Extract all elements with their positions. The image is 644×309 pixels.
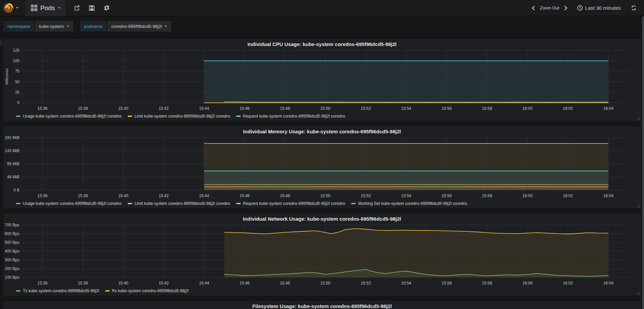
legend-item[interactable]: Request kube-system coredns-695f96dcd5-9… [236,114,345,119]
legend-item[interactable]: Working Set kube-system coredns-695f96dc… [351,201,467,206]
time-range-picker[interactable]: Last 30 minutes [577,5,621,11]
legend-swatch-icon [351,203,356,204]
caret-down-icon [67,26,69,27]
legend-label: Request kube-system coredns-695f96dcd5-9… [243,201,345,206]
template-variables-bar: namespace kube-system podname coredns-69… [3,21,171,32]
svg-text:15:58: 15:58 [482,106,492,111]
caret-down-icon [58,7,61,9]
legend-item[interactable]: Limit kube-system coredns-695f96dcd5-98j… [128,114,230,119]
scrollbar[interactable] [642,16,644,309]
svg-text:15:48: 15:48 [280,193,290,198]
save-button[interactable] [89,5,95,11]
legend-item[interactable]: Request kube-system coredns-695f96dcd5-9… [236,201,345,206]
svg-text:15:42: 15:42 [159,106,169,111]
dashboards-grid-icon [31,5,37,11]
svg-text:16:02: 16:02 [563,193,573,198]
svg-text:15:52: 15:52 [361,281,371,285]
legend-label: Limit kube-system coredns-695f96dcd5-98j… [134,114,230,119]
svg-text:15:38: 15:38 [78,106,88,111]
svg-text:15:42: 15:42 [159,281,169,285]
panel-title-filesystem[interactable]: Filesystem Usage: kube-system coredns-69… [3,302,641,309]
podname-select[interactable]: coredns-695f96dcd5-98j2l [107,21,171,32]
dashboard-picker[interactable]: Pods [26,0,66,16]
svg-text:500 Bps: 500 Bps [5,240,19,245]
panel-network: Individual Network Usage: kube-system co… [3,214,641,296]
panel-memory: Individual Memory Usage: kube-system cor… [3,126,641,208]
svg-text:100: 100 [13,58,19,63]
svg-text:15:38: 15:38 [78,193,88,198]
svg-text:95 MiB: 95 MiB [7,162,19,166]
panel-drag-handle-icon[interactable] [0,40,2,46]
refresh-button[interactable] [631,5,637,11]
svg-text:15:54: 15:54 [401,281,411,285]
legend-swatch-icon [236,203,241,204]
svg-text:300 Bps: 300 Bps [5,258,19,262]
svg-text:50: 50 [15,80,20,84]
svg-text:143 MiB: 143 MiB [5,148,19,153]
legend-label: Usage kube-system coredns-695f96dcd5-98j… [23,201,122,206]
chart-legend: Usage kube-system coredns-695f96dcd5-98j… [16,201,467,206]
legend-swatch-icon [16,203,21,204]
legend-item[interactable]: Tx kube-system coredns-695f96dcd5-98j2l [16,289,99,293]
svg-text:15:46: 15:46 [239,193,249,198]
svg-text:15:36: 15:36 [37,281,47,285]
svg-text:15:40: 15:40 [118,281,128,285]
legend-label: Rx kube-system coredns-695f96dcd5-98j2l [112,289,189,293]
svg-text:600 Bps: 600 Bps [5,231,19,236]
settings-gear-icon [104,5,110,11]
svg-text:16:00: 16:00 [522,281,532,285]
svg-text:0: 0 [17,100,19,105]
svg-text:15:56: 15:56 [442,193,452,198]
dashboard-title: Pods [40,4,55,12]
settings-button[interactable] [104,5,110,11]
svg-text:16:00: 16:00 [522,106,532,111]
legend-label: Limit kube-system coredns-695f96dcd5-98j… [134,201,230,206]
svg-text:15:44: 15:44 [199,281,209,285]
svg-text:15:46: 15:46 [239,281,249,285]
legend-swatch-icon [16,290,21,292]
panel-filesystem: Filesystem Usage: kube-system coredns-69… [3,301,641,309]
svg-text:25: 25 [15,90,20,95]
svg-text:15:42: 15:42 [159,193,169,198]
svg-text:200 Bps: 200 Bps [5,266,19,271]
svg-text:15:46: 15:46 [239,106,249,111]
svg-text:15:40: 15:40 [118,193,128,198]
svg-text:48 MiB: 48 MiB [7,175,19,179]
top-navbar: Pods [0,0,644,16]
svg-text:Millicores: Millicores [5,69,9,85]
svg-text:15:56: 15:56 [442,281,452,285]
legend-item[interactable]: Rx kube-system coredns-695f96dcd5-98j2l [105,289,189,293]
legend-label: Usage kube-system coredns-695f96dcd5-98j… [23,114,122,119]
svg-text:15:54: 15:54 [401,106,411,111]
legend-item[interactable]: Usage kube-system coredns-695f96dcd5-98j… [16,114,122,119]
legend-label: Request kube-system coredns-695f96dcd5-9… [243,114,345,119]
svg-text:16:02: 16:02 [563,281,573,285]
svg-text:15:44: 15:44 [199,106,209,111]
caret-down-icon [164,26,167,27]
podname-label: podname [80,21,106,32]
svg-text:16:04: 16:04 [603,193,613,198]
namespace-select[interactable]: kube-system [35,21,73,32]
legend-swatch-icon [128,116,132,117]
chevron-left-icon[interactable] [531,5,535,11]
svg-text:15:58: 15:58 [482,193,492,198]
svg-text:15:50: 15:50 [320,281,330,285]
legend-swatch-icon [236,116,241,117]
legend-swatch-icon [105,290,110,292]
grafana-logo-button[interactable] [0,0,21,16]
svg-text:15:52: 15:52 [361,106,371,111]
svg-text:15:40: 15:40 [118,106,128,111]
svg-text:700 Bps: 700 Bps [5,223,19,227]
grafana-logo-icon [2,2,14,14]
share-button[interactable] [74,5,80,11]
cpu-chart: 025507510012515:3615:3815:4015:4215:4415… [3,39,641,121]
legend-label: Tx kube-system coredns-695f96dcd5-98j2l [23,289,99,293]
legend-swatch-icon [128,203,132,204]
legend-item[interactable]: Limit kube-system coredns-695f96dcd5-98j… [128,201,230,206]
svg-text:15:58: 15:58 [482,281,492,285]
zoom-out-button[interactable]: Zoom Out [540,5,559,10]
svg-text:400 Bps: 400 Bps [5,249,19,254]
chevron-right-icon[interactable] [564,5,568,11]
legend-item[interactable]: Usage kube-system coredns-695f96dcd5-98j… [16,201,122,206]
legend-swatch-icon [16,116,21,117]
